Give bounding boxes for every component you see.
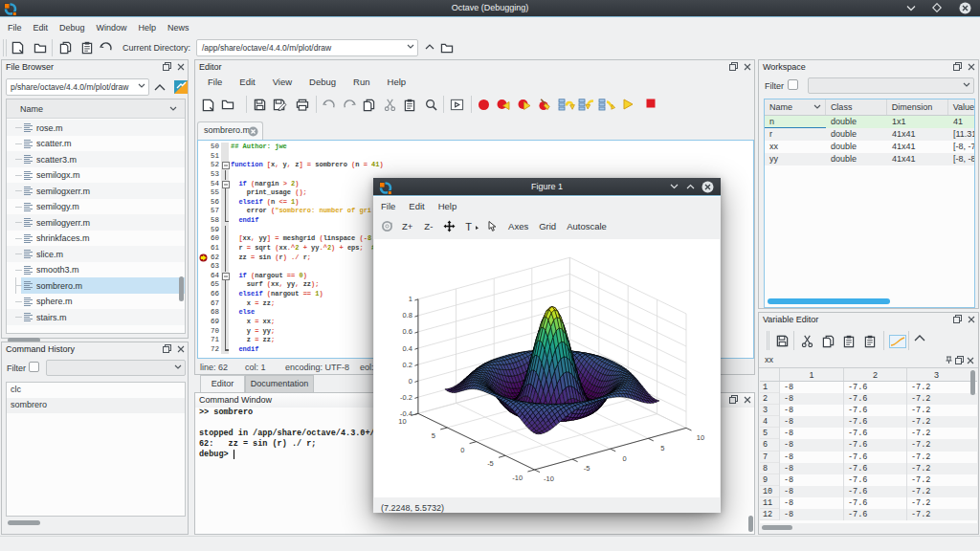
svg-text:1: 1 xyxy=(409,295,412,303)
svg-text:0.2: 0.2 xyxy=(402,361,412,369)
svg-text:10: 10 xyxy=(697,433,704,442)
svg-text:-10: -10 xyxy=(544,474,554,483)
svg-text:-10: -10 xyxy=(512,474,523,482)
svg-text:-5: -5 xyxy=(584,464,590,473)
svg-text:0: 0 xyxy=(460,446,464,454)
svg-text:0: 0 xyxy=(409,377,412,386)
svg-text:5: 5 xyxy=(432,431,435,440)
svg-text:0.4: 0.4 xyxy=(402,344,412,353)
svg-text:0: 0 xyxy=(623,454,627,463)
svg-text:0.6: 0.6 xyxy=(402,327,412,336)
svg-text:-5: -5 xyxy=(487,459,494,468)
svg-text:0.8: 0.8 xyxy=(402,311,412,320)
svg-text:-0.2: -0.2 xyxy=(400,393,412,402)
svg-text:10: 10 xyxy=(398,417,406,426)
svg-text:5: 5 xyxy=(660,444,664,452)
